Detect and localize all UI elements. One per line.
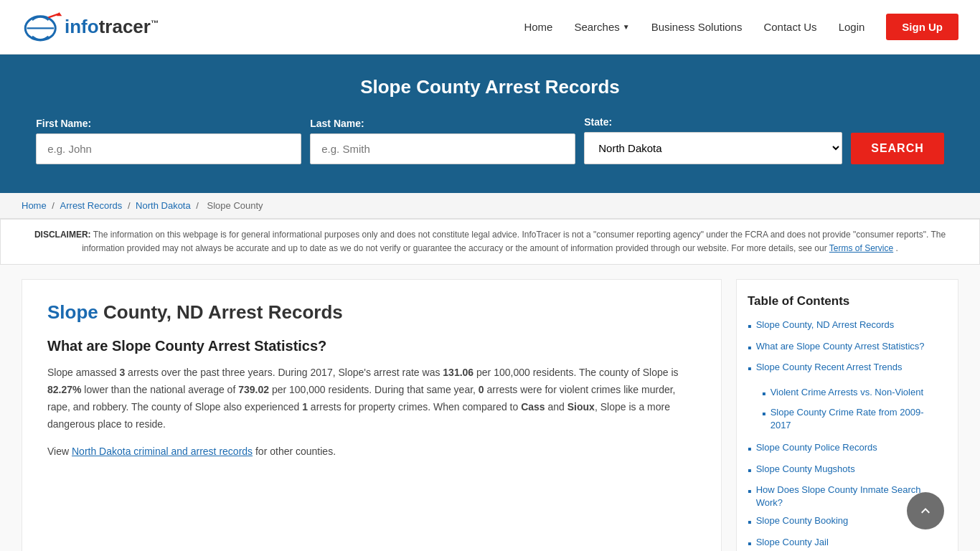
toc-link-2[interactable]: What are Slope County Arrest Statistics? [756, 340, 925, 353]
toc-link-5[interactable]: Slope County Mugshots [756, 463, 855, 476]
stats-paragraph1: Slope amassed 3 arrests over the past th… [47, 364, 696, 433]
disclaimer-tos-end: . [896, 243, 898, 253]
toc-link-1[interactable]: Slope County, ND Arrest Records [756, 319, 895, 331]
city2: Sioux [567, 401, 595, 413]
first-name-input[interactable] [36, 133, 301, 164]
toc-item-5: ▪ Slope County Mugshots [748, 463, 943, 479]
arrest-rate: 131.06 [443, 367, 473, 378]
breadcrumb-sep3: / [196, 200, 201, 211]
state-select[interactable]: North Dakota [584, 132, 842, 164]
toc-item-8: ▪ Slope County Jail [748, 536, 943, 551]
toc-sublist: ▪ Violent Crime Arrests vs. Non-Violent … [762, 386, 943, 437]
logo-info: info [65, 16, 99, 37]
toc-subitem-2: ▪ Slope County Crime Rate from 2009-2017 [762, 406, 943, 432]
logo-tracer: tracer [99, 16, 151, 37]
bullet-icon: ▪ [748, 340, 752, 356]
toc-link-sub-2[interactable]: Slope County Crime Rate from 2009-2017 [771, 406, 943, 432]
toc-item-3: ▪ Slope County Recent Arrest Trends [748, 361, 943, 377]
main-content: Slope County, ND Arrest Records What are… [22, 279, 722, 551]
content-wrapper: Slope County, ND Arrest Records What are… [0, 265, 980, 551]
article-title-highlight: Slope [47, 301, 98, 323]
logo-tm: ™ [151, 19, 159, 27]
toc-item-2: ▪ What are Slope County Arrest Statistic… [748, 340, 943, 356]
logo[interactable]: infotracer™ [22, 7, 159, 47]
national-avg: 739.02 [238, 384, 269, 395]
scroll-top-button[interactable] [907, 492, 944, 529]
breadcrumb-arrest-records[interactable]: Arrest Records [60, 200, 123, 211]
toc-item-4: ▪ Slope County Police Records [748, 441, 943, 457]
stats-heading: What are Slope County Arrest Statistics? [47, 338, 696, 354]
chevron-down-icon: ▼ [623, 23, 630, 31]
bullet-icon: ▪ [748, 484, 752, 499]
toc-link-3[interactable]: Slope County Recent Arrest Trends [756, 361, 903, 374]
state-label: State: [584, 116, 612, 128]
bullet-icon: ▪ [748, 536, 752, 551]
disclaimer-bold: DISCLAIMER: [34, 230, 91, 240]
search-button[interactable]: SEARCH [851, 133, 944, 164]
search-form: First Name: Last Name: State: North Dako… [14, 116, 966, 164]
last-name-input[interactable] [310, 133, 575, 164]
bullet-icon: ▪ [748, 441, 752, 457]
first-name-label: First Name: [36, 118, 91, 129]
toc-link-7[interactable]: Slope County Booking [756, 514, 849, 527]
toc-heading: Table of Contents [748, 294, 943, 309]
lower-pct: 82.27% [47, 384, 81, 395]
bullet-icon: ▪ [748, 319, 752, 334]
disclaimer-tos-link[interactable]: Terms of Service [829, 243, 893, 253]
breadcrumb-north-dakota[interactable]: North Dakota [136, 200, 191, 211]
main-nav: Home Searches ▼ Business Solutions Conta… [524, 14, 958, 40]
content-bottom-wrapper: Slope County, ND Arrest Records What are… [0, 265, 980, 551]
toc-link-8[interactable]: Slope County Jail [756, 536, 829, 549]
hero-title: Slope County Arrest Records [14, 76, 966, 98]
breadcrumb-slope-county: Slope County [207, 200, 263, 211]
login-button[interactable]: Login [839, 21, 865, 33]
toc-item-1: ▪ Slope County, ND Arrest Records [748, 319, 943, 334]
breadcrumb-home[interactable]: Home [22, 200, 47, 211]
chevron-up-icon [917, 502, 934, 519]
disclaimer-text: The information on this webpage is for g… [82, 230, 946, 253]
toc-link-4[interactable]: Slope County Police Records [756, 441, 877, 454]
site-header: infotracer™ Home Searches ▼ Business Sol… [0, 0, 980, 55]
last-name-group: Last Name: [310, 118, 575, 164]
nd-link[interactable]: North Dakota criminal and arrest records [72, 446, 253, 457]
toc-item-sub-group: ▪ Violent Crime Arrests vs. Non-Violent … [748, 382, 943, 437]
article-title: Slope County, ND Arrest Records [47, 301, 696, 324]
nav-business-solutions[interactable]: Business Solutions [651, 21, 743, 33]
first-name-group: First Name: [36, 118, 301, 164]
stats-paragraph2: View North Dakota criminal and arrest re… [47, 443, 696, 461]
breadcrumb-sep1: / [52, 200, 57, 211]
bullet-icon: ▪ [748, 361, 752, 377]
nav-home[interactable]: Home [524, 21, 552, 33]
hero-section: Slope County Arrest Records First Name: … [0, 55, 980, 193]
signup-button[interactable]: Sign Up [886, 14, 958, 40]
bullet-icon: ▪ [748, 463, 752, 479]
toc-subitem-1: ▪ Violent Crime Arrests vs. Non-Violent [762, 386, 943, 402]
bullet-icon: ▪ [762, 406, 766, 422]
last-name-label: Last Name: [310, 118, 364, 129]
bullet-icon: ▪ [748, 514, 752, 530]
city1: Cass [521, 401, 545, 413]
breadcrumb-sep2: / [128, 200, 133, 211]
bullet-icon: ▪ [762, 386, 766, 402]
nav-searches[interactable]: Searches ▼ [574, 21, 629, 33]
article-title-rest: County, ND Arrest Records [98, 301, 343, 323]
toc-link-sub-1[interactable]: Violent Crime Arrests vs. Non-Violent [771, 386, 923, 399]
violent-count: 0 [479, 384, 484, 395]
state-group: State: North Dakota [584, 116, 842, 164]
breadcrumb: Home / Arrest Records / North Dakota / S… [0, 193, 980, 219]
disclaimer-bar: DISCLAIMER: The information on this webp… [0, 219, 980, 265]
property-count: 1 [302, 401, 308, 413]
nav-contact-us[interactable]: Contact Us [763, 21, 816, 33]
